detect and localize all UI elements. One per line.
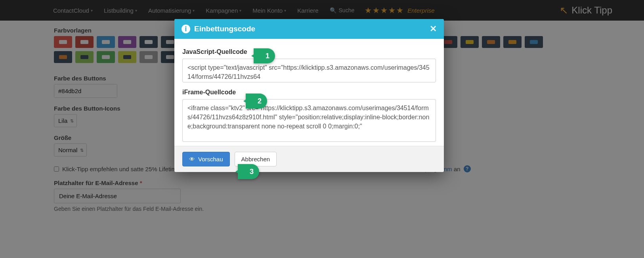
callout-marker-2: 2 bbox=[246, 94, 267, 109]
modal-title: Einbettungscode bbox=[194, 25, 255, 33]
iframe-source-label: iFrame-Quellcode bbox=[182, 89, 436, 96]
modal-header: i Einbettungscode ✕ bbox=[174, 19, 444, 39]
cancel-label: Abbrechen bbox=[241, 156, 270, 162]
iframe-source-code[interactable]: <iframe class="ktv2" src="https://klickt… bbox=[182, 99, 436, 142]
callout-marker-1: 1 bbox=[254, 48, 275, 63]
js-source-code[interactable]: <script type="text/javascript" src="http… bbox=[182, 59, 436, 82]
js-source-label: JavaScript-Quellcode bbox=[182, 48, 436, 55]
modal-footer: 👁 Vorschau Abbrechen bbox=[174, 146, 444, 172]
close-icon[interactable]: ✕ bbox=[430, 24, 437, 34]
preview-button[interactable]: 👁 Vorschau bbox=[182, 152, 230, 166]
eye-icon: 👁 bbox=[189, 156, 195, 162]
modal-body: JavaScript-Quellcode <script type="text/… bbox=[174, 39, 444, 146]
embed-code-modal: i Einbettungscode ✕ JavaScript-Quellcode… bbox=[174, 19, 444, 172]
preview-label: Vorschau bbox=[198, 156, 223, 162]
info-icon: i bbox=[182, 25, 190, 33]
callout-marker-3: 3 bbox=[238, 164, 259, 179]
